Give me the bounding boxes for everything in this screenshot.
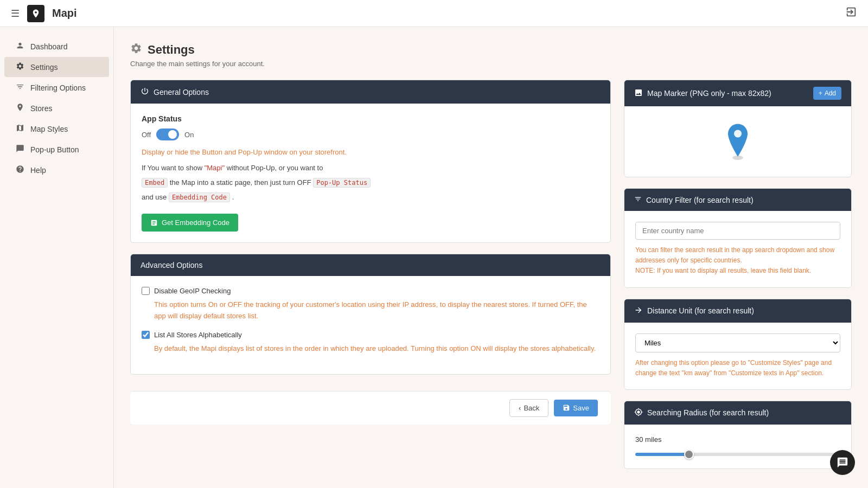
sidebar-label-filtering: Filtering Options xyxy=(30,84,86,92)
radius-icon xyxy=(634,408,643,418)
distance-unit-title: Distance Unit (for search result) xyxy=(647,306,754,315)
add-marker-button[interactable]: + Add xyxy=(813,87,841,100)
save-label: Save xyxy=(573,404,589,412)
app-status-toggle[interactable] xyxy=(156,129,179,140)
settings-icon xyxy=(15,62,25,72)
map-marker-title: Map Marker (PNG only - max 82x82) xyxy=(647,89,771,98)
advanced-options-card: Advanced Options Disable GeoIP Checking … xyxy=(130,254,611,374)
searching-radius-body: 30 miles xyxy=(624,425,851,468)
country-filter-header: Country Filter (for search result) xyxy=(624,189,851,211)
get-embedding-code-button[interactable]: Get Embedding Code xyxy=(142,214,238,232)
sidebar-label-help: Help xyxy=(30,166,46,175)
filter-icon xyxy=(15,82,25,93)
sidebar-item-help[interactable]: Help xyxy=(4,160,109,180)
back-button[interactable]: ‹ Back xyxy=(509,399,548,417)
hamburger-icon[interactable]: ☰ xyxy=(11,8,20,20)
advanced-options-title: Advanced Options xyxy=(141,261,202,269)
geoip-desc: This option turns On or OFF the tracking… xyxy=(154,299,599,322)
back-chevron: ‹ xyxy=(519,404,521,412)
geoip-label[interactable]: Disable GeoIP Checking xyxy=(154,287,231,295)
main-content: Settings Change the main settings for yo… xyxy=(114,27,868,488)
geoip-option: Disable GeoIP Checking This option turns… xyxy=(142,287,599,322)
sidebar-item-dashboard[interactable]: Dashboard xyxy=(4,36,109,56)
searching-radius-title: Searching Radius (for search result) xyxy=(647,408,769,417)
stores-checkbox-row: List All Stores Alphabetically xyxy=(142,331,599,339)
geoip-checkbox[interactable] xyxy=(142,287,150,295)
help-icon xyxy=(15,165,25,175)
stores-label[interactable]: List All Stores Alphabetically xyxy=(154,331,242,339)
page-header: Settings Change the main settings for yo… xyxy=(130,42,852,68)
country-filter-title: Country Filter (for search result) xyxy=(646,196,754,204)
general-options-title: General Options xyxy=(154,88,209,97)
display-notice: Display or hide the Button and Pop-Up wi… xyxy=(142,148,599,156)
content-grid: General Options App Status Off On Di xyxy=(130,80,852,480)
stores-checkbox[interactable] xyxy=(142,331,150,339)
image-icon xyxy=(634,88,643,99)
app-logo xyxy=(27,5,44,22)
page-title: Settings xyxy=(148,43,195,57)
sidebar-item-settings[interactable]: Settings xyxy=(4,57,109,77)
embed-badge: Embed xyxy=(142,178,168,188)
general-options-body: App Status Off On Display or hide the Bu… xyxy=(131,104,610,242)
save-button[interactable]: Save xyxy=(554,400,598,416)
dashboard-icon xyxy=(15,41,25,52)
distance-unit-header: Distance Unit (for search result) xyxy=(624,299,851,323)
general-options-header: General Options xyxy=(131,80,610,104)
stores-order-option: List All Stores Alphabetically By defaul… xyxy=(142,331,599,355)
toggle-row: Off On xyxy=(142,129,599,140)
distance-unit-card: Distance Unit (for search result) Miles … xyxy=(624,299,852,390)
searching-radius-card: Searching Radius (for search result) 30 … xyxy=(624,401,852,469)
footer-actions: ‹ Back Save xyxy=(130,391,611,425)
searching-radius-header: Searching Radius (for search result) xyxy=(624,401,851,425)
filter-funnel-icon xyxy=(634,195,642,204)
sidebar-item-map-styles[interactable]: Map Styles xyxy=(4,119,109,139)
embedding-code-badge: Embedding Code xyxy=(169,192,230,202)
distance-unit-select[interactable]: Miles Kilometers xyxy=(635,333,840,352)
map-marker-card: Map Marker (PNG only - max 82x82) + Add xyxy=(624,80,852,177)
map-marker-header: Map Marker (PNG only - max 82x82) + Add xyxy=(624,80,851,106)
radius-value: 30 miles xyxy=(635,435,840,444)
stores-desc: By default, the Mapi displays list of st… xyxy=(154,343,599,355)
app-name: Mapi xyxy=(52,7,77,20)
toggle-on-label: On xyxy=(184,131,194,139)
sidebar-label-map-styles: Map Styles xyxy=(30,125,68,133)
map-icon xyxy=(15,124,25,134)
country-filter-note: You can filter the search result in the … xyxy=(635,245,840,277)
distance-icon xyxy=(634,306,643,316)
left-column: General Options App Status Off On Di xyxy=(130,80,611,480)
plus-icon: + xyxy=(819,89,822,97)
distance-unit-body: Miles Kilometers After changing this opt… xyxy=(624,323,851,389)
export-icon[interactable] xyxy=(845,6,857,21)
sidebar: Dashboard Settings Filtering Options Sto… xyxy=(0,27,114,488)
back-label: Back xyxy=(524,404,539,412)
country-name-input[interactable] xyxy=(635,222,840,240)
toggle-off-label: Off xyxy=(142,131,151,139)
sidebar-label-stores: Stores xyxy=(30,104,52,113)
topbar: ☰ Mapi xyxy=(0,0,868,27)
sidebar-label-dashboard: Dashboard xyxy=(30,42,68,51)
sidebar-item-stores[interactable]: Stores xyxy=(4,98,109,118)
mapi-highlight: "Mapi" xyxy=(205,164,225,172)
info-text-2: Embed the Map into a static page, then j… xyxy=(142,177,599,189)
page-gear-icon xyxy=(130,42,142,57)
radius-slider[interactable] xyxy=(635,453,840,456)
map-pin-svg xyxy=(724,123,751,160)
stores-icon xyxy=(15,103,25,113)
country-filter-body: You can filter the search result in the … xyxy=(624,211,851,287)
sidebar-item-filtering[interactable]: Filtering Options xyxy=(4,78,109,98)
embed-btn-label: Get Embedding Code xyxy=(162,219,229,227)
popup-icon xyxy=(15,144,25,155)
topbar-left: ☰ Mapi xyxy=(11,5,77,22)
layout: Dashboard Settings Filtering Options Sto… xyxy=(0,27,868,488)
distance-unit-note: After changing this option please go to … xyxy=(635,358,840,378)
popup-status-badge: Pop-Up Status xyxy=(313,178,371,188)
sidebar-label-popup: Pop-up Button xyxy=(30,145,79,154)
add-label: Add xyxy=(825,89,836,97)
app-status-label: App Status xyxy=(142,114,599,123)
sidebar-item-popup[interactable]: Pop-up Button xyxy=(4,139,109,159)
chat-bubble[interactable] xyxy=(830,450,855,475)
country-filter-card: Country Filter (for search result) You c… xyxy=(624,188,852,288)
page-subtitle: Change the main settings for your accoun… xyxy=(130,60,852,68)
advanced-options-header: Advanced Options xyxy=(131,254,610,276)
right-column: Map Marker (PNG only - max 82x82) + Add xyxy=(624,80,852,480)
